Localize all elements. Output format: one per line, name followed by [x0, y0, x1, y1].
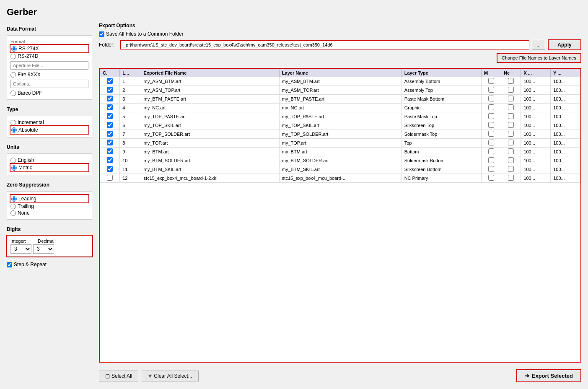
- row-m-cell[interactable]: [481, 148, 501, 156]
- row-m-cell[interactable]: [481, 174, 501, 183]
- row-checkbox-cell[interactable]: [100, 174, 120, 183]
- folder-input[interactable]: [120, 40, 529, 49]
- row-ne-checkbox[interactable]: [508, 148, 514, 154]
- row-ne-cell[interactable]: [501, 77, 521, 86]
- row-ne-checkbox[interactable]: [508, 131, 514, 137]
- row-m-cell[interactable]: [481, 121, 501, 130]
- row-ne-cell[interactable]: [501, 165, 521, 174]
- row-exported-name: my_TOP_SOLDER.art: [141, 130, 279, 139]
- aperture-file-input[interactable]: [10, 61, 88, 70]
- row-m-checkbox[interactable]: [488, 148, 494, 154]
- step-repeat-checkbox[interactable]: [7, 262, 12, 267]
- zs-leading-radio[interactable]: [11, 196, 17, 202]
- format-rs274d-radio[interactable]: [10, 54, 16, 59]
- row-checkbox[interactable]: [107, 104, 113, 110]
- row-checkbox-cell[interactable]: [100, 165, 120, 174]
- row-checkbox-cell[interactable]: [100, 86, 120, 95]
- type-incremental-radio[interactable]: [10, 120, 16, 125]
- clear-all-button[interactable]: ✳ Clear All Select...: [142, 371, 198, 381]
- row-ne-cell[interactable]: [501, 121, 521, 130]
- row-m-checkbox[interactable]: [488, 78, 494, 84]
- export-selected-button[interactable]: ➜ Export Selected: [516, 369, 581, 382]
- row-m-checkbox[interactable]: [488, 166, 494, 172]
- row-ne-checkbox[interactable]: [508, 96, 514, 101]
- row-m-checkbox[interactable]: [488, 104, 494, 110]
- row-m-cell[interactable]: [481, 86, 501, 95]
- row-ne-checkbox[interactable]: [508, 78, 514, 84]
- row-m-cell[interactable]: [481, 112, 501, 121]
- zs-trailing-radio[interactable]: [10, 204, 16, 209]
- row-checkbox[interactable]: [107, 166, 113, 172]
- row-checkbox[interactable]: [107, 157, 113, 163]
- change-filenames-button[interactable]: Change File Names to Layer Names: [497, 53, 581, 63]
- table-body: 1my_ASM_BTM.artmy_ASM_BTM.artAssembly Bo…: [100, 77, 580, 183]
- row-m-checkbox[interactable]: [488, 113, 494, 119]
- row-ne-checkbox[interactable]: [508, 157, 514, 163]
- row-ne-cell[interactable]: [501, 148, 521, 156]
- row-checkbox[interactable]: [107, 96, 113, 101]
- row-ne-checkbox[interactable]: [508, 122, 514, 128]
- format-fire9xxx-radio[interactable]: [10, 72, 16, 78]
- zs-none-radio[interactable]: [10, 210, 16, 216]
- row-m-checkbox[interactable]: [488, 140, 494, 145]
- row-ne-checkbox[interactable]: [508, 87, 514, 93]
- save-all-checkbox[interactable]: [99, 31, 104, 37]
- format-barco-radio[interactable]: [10, 91, 16, 96]
- decimal-select[interactable]: 123456: [33, 244, 54, 254]
- row-checkbox[interactable]: [107, 140, 113, 145]
- row-checkbox[interactable]: [107, 131, 113, 137]
- row-ne-checkbox[interactable]: [508, 140, 514, 145]
- clear-all-icon: ✳: [148, 373, 152, 379]
- row-m-cell[interactable]: [481, 139, 501, 148]
- row-m-cell[interactable]: [481, 165, 501, 174]
- row-checkbox-cell[interactable]: [100, 148, 120, 156]
- row-checkbox-cell[interactable]: [100, 121, 120, 130]
- row-m-checkbox[interactable]: [488, 96, 494, 101]
- row-checkbox-cell[interactable]: [100, 77, 120, 86]
- row-checkbox[interactable]: [107, 87, 113, 93]
- row-checkbox[interactable]: [107, 175, 113, 181]
- row-ne-cell[interactable]: [501, 104, 521, 112]
- row-checkbox-cell[interactable]: [100, 156, 120, 165]
- row-m-checkbox[interactable]: [488, 157, 494, 163]
- row-m-cell[interactable]: [481, 130, 501, 139]
- row-ne-cell[interactable]: [501, 130, 521, 139]
- row-checkbox[interactable]: [107, 78, 113, 84]
- row-checkbox[interactable]: [107, 113, 113, 119]
- row-ne-cell[interactable]: [501, 112, 521, 121]
- units-english-radio[interactable]: [10, 158, 16, 163]
- row-ne-cell[interactable]: [501, 95, 521, 104]
- units-metric-radio[interactable]: [11, 165, 17, 171]
- row-ne-cell[interactable]: [501, 156, 521, 165]
- row-ne-checkbox[interactable]: [508, 175, 514, 181]
- select-all-button[interactable]: ▢ Select All: [99, 371, 138, 381]
- row-m-cell[interactable]: [481, 156, 501, 165]
- row-m-checkbox[interactable]: [488, 87, 494, 93]
- format-rs274x-radio[interactable]: [11, 46, 17, 52]
- row-ne-checkbox[interactable]: [508, 166, 514, 172]
- row-m-checkbox[interactable]: [488, 131, 494, 137]
- type-absolute-radio[interactable]: [11, 127, 17, 133]
- row-checkbox-cell[interactable]: [100, 139, 120, 148]
- row-m-cell[interactable]: [481, 104, 501, 112]
- row-ne-cell[interactable]: [501, 86, 521, 95]
- row-ne-cell[interactable]: [501, 139, 521, 148]
- row-layer-type: Bottom: [401, 148, 481, 156]
- row-checkbox-cell[interactable]: [100, 95, 120, 104]
- options-input[interactable]: [10, 80, 88, 88]
- integer-select[interactable]: 123456: [10, 244, 31, 254]
- row-checkbox-cell[interactable]: [100, 130, 120, 139]
- apply-button[interactable]: Apply: [548, 39, 581, 50]
- row-ne-checkbox[interactable]: [508, 113, 514, 119]
- row-checkbox-cell[interactable]: [100, 104, 120, 112]
- row-m-cell[interactable]: [481, 77, 501, 86]
- row-ne-cell[interactable]: [501, 174, 521, 183]
- row-checkbox[interactable]: [107, 148, 113, 154]
- row-checkbox-cell[interactable]: [100, 112, 120, 121]
- row-m-cell[interactable]: [481, 95, 501, 104]
- browse-button[interactable]: ...: [532, 40, 545, 50]
- row-m-checkbox[interactable]: [488, 175, 494, 181]
- row-checkbox[interactable]: [107, 122, 113, 128]
- row-ne-checkbox[interactable]: [508, 104, 514, 110]
- row-m-checkbox[interactable]: [488, 122, 494, 128]
